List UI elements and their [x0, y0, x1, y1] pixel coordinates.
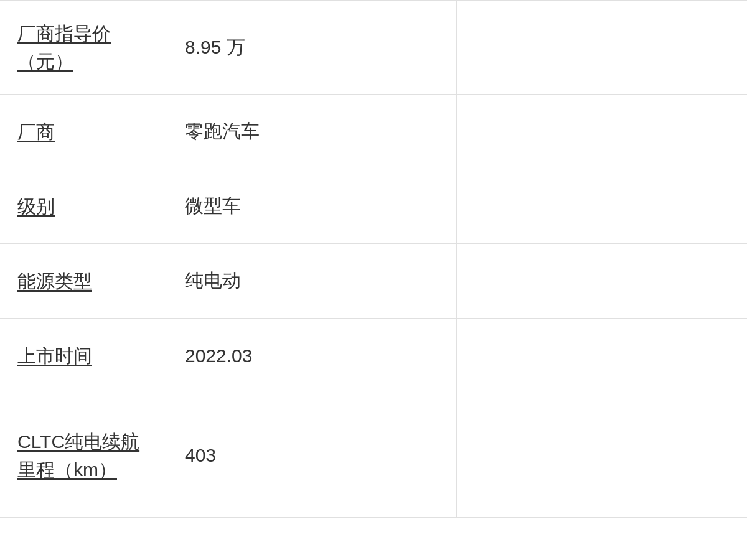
- empty-col-level: [457, 169, 748, 243]
- empty-col-launch-date: [457, 319, 748, 393]
- label-energy: 能源类型: [0, 244, 166, 318]
- value-cltc: 403: [166, 393, 457, 517]
- empty-col-price: [457, 1, 748, 94]
- table-row-manufacturer: 厂商零跑汽车: [0, 95, 747, 169]
- value-level: 微型车: [166, 169, 457, 243]
- label-price: 厂商指导价（元）: [0, 1, 166, 94]
- table-row-price: 厂商指导价（元）8.95 万: [0, 0, 747, 95]
- specs-table: 厂商指导价（元）8.95 万厂商零跑汽车级别微型车能源类型纯电动上市时间2022…: [0, 0, 747, 518]
- value-energy: 纯电动: [166, 244, 457, 318]
- empty-col-manufacturer: [457, 95, 748, 169]
- table-row-launch-date: 上市时间2022.03: [0, 319, 747, 393]
- empty-col-cltc: [457, 393, 748, 517]
- table-row-cltc: CLTC纯电续航里程（km）403: [0, 393, 747, 518]
- label-launch-date: 上市时间: [0, 319, 166, 393]
- value-launch-date: 2022.03: [166, 319, 457, 393]
- table-row-level: 级别微型车: [0, 169, 747, 244]
- table-row-energy: 能源类型纯电动: [0, 244, 747, 319]
- value-manufacturer: 零跑汽车: [166, 95, 457, 169]
- label-level: 级别: [0, 169, 166, 243]
- empty-col-energy: [457, 244, 748, 318]
- label-manufacturer: 厂商: [0, 95, 166, 169]
- value-price: 8.95 万: [166, 1, 457, 94]
- label-cltc: CLTC纯电续航里程（km）: [0, 393, 166, 517]
